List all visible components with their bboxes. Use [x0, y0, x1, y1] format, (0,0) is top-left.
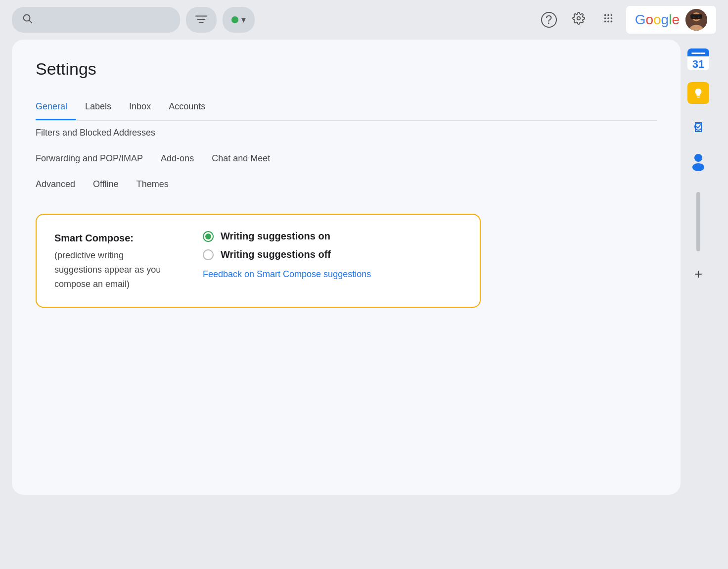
tab-general[interactable]: General [36, 95, 76, 120]
svg-point-6 [604, 14, 606, 16]
help-button[interactable]: ? [537, 8, 561, 32]
writing-off-label: Writing suggestions off [221, 249, 331, 260]
tab-offline[interactable]: Offline [84, 172, 128, 198]
feedback-link[interactable]: Feedback on Smart Compose suggestions [203, 269, 371, 280]
apps-grid-icon [603, 13, 614, 27]
smart-compose-label: Smart Compose: [54, 231, 173, 245]
settings-button[interactable] [567, 8, 591, 32]
sidebar-keep-icon[interactable] [686, 81, 710, 105]
svg-point-13 [607, 21, 609, 23]
svg-point-5 [577, 17, 580, 20]
tab-inbox[interactable]: Inbox [120, 95, 160, 120]
sidebar-contacts-icon[interactable] [686, 148, 710, 172]
svg-point-10 [607, 17, 609, 19]
smart-compose-label-area: Smart Compose: (predictive writing sugge… [54, 231, 173, 291]
scrollbar[interactable] [696, 192, 700, 251]
svg-point-8 [610, 14, 612, 16]
google-account-area[interactable]: Google [626, 6, 716, 34]
filter-button[interactable] [186, 7, 217, 33]
radio-off[interactable] [203, 249, 214, 260]
settings-panel: Settings General Labels Inbox Accounts F… [12, 40, 681, 495]
tab-accounts[interactable]: Accounts [160, 95, 214, 120]
tab-themes[interactable]: Themes [128, 172, 178, 198]
tab-chat-meet[interactable]: Chat and Meet [203, 146, 279, 172]
svg-point-9 [604, 17, 606, 19]
tab-forwarding[interactable]: Forwarding and POP/IMAP [36, 146, 152, 172]
google-logo: Google [635, 12, 680, 28]
add-sidebar-app-button[interactable]: + [694, 266, 702, 282]
status-dot [231, 16, 238, 23]
writing-suggestions-on-row[interactable]: Writing suggestions on [203, 231, 371, 242]
svg-point-25 [692, 163, 704, 171]
svg-line-1 [29, 20, 32, 23]
svg-point-24 [694, 154, 702, 162]
radio-on-inner [205, 234, 211, 239]
status-button[interactable]: ▾ [223, 7, 255, 33]
svg-point-11 [610, 17, 612, 19]
search-box[interactable] [12, 7, 180, 33]
tab-labels[interactable]: Labels [76, 95, 120, 120]
svg-rect-19 [690, 14, 702, 17]
svg-point-21 [698, 17, 700, 18]
svg-point-20 [693, 17, 695, 18]
main-area: Settings General Labels Inbox Accounts F… [12, 40, 716, 495]
smart-compose-description: (predictive writing suggestions appear a… [54, 248, 173, 291]
writing-on-label: Writing suggestions on [221, 231, 330, 242]
top-bar: ▾ ? Google [0, 0, 728, 40]
tab-advanced[interactable]: Advanced [36, 172, 84, 198]
tabs-row-4: Advanced Offline Themes [36, 172, 657, 198]
right-sidebar: ▬▬▬ 31 [681, 40, 716, 495]
smart-compose-section: Smart Compose: (predictive writing sugge… [36, 214, 481, 308]
help-icon: ? [541, 12, 557, 28]
smart-compose-options: Writing suggestions on Writing suggestio… [203, 231, 371, 291]
radio-on[interactable] [203, 231, 214, 242]
chevron-down-icon: ▾ [241, 14, 246, 25]
gear-icon [572, 12, 585, 28]
tab-filters[interactable]: Filters and Blocked Addresses [36, 121, 164, 146]
calendar-header-label: ▬▬▬ [687, 48, 709, 56]
avatar[interactable] [685, 9, 707, 31]
tab-addons[interactable]: Add-ons [152, 146, 203, 172]
svg-point-14 [610, 21, 612, 23]
writing-suggestions-off-row[interactable]: Writing suggestions off [203, 249, 371, 260]
sidebar-calendar-icon[interactable]: ▬▬▬ 31 [686, 47, 710, 71]
settings-title: Settings [36, 59, 657, 79]
apps-button[interactable] [596, 8, 620, 32]
svg-point-12 [604, 21, 606, 23]
filter-icon [195, 14, 208, 26]
tabs-row-3: Forwarding and POP/IMAP Add-ons Chat and… [36, 146, 657, 172]
search-icon [22, 13, 33, 27]
sidebar-tasks-icon[interactable] [686, 115, 710, 139]
calendar-date: 31 [687, 56, 709, 70]
tabs-row-2: Filters and Blocked Addresses [36, 121, 657, 146]
svg-point-7 [607, 14, 609, 16]
tabs-row-1: General Labels Inbox Accounts [36, 95, 657, 121]
